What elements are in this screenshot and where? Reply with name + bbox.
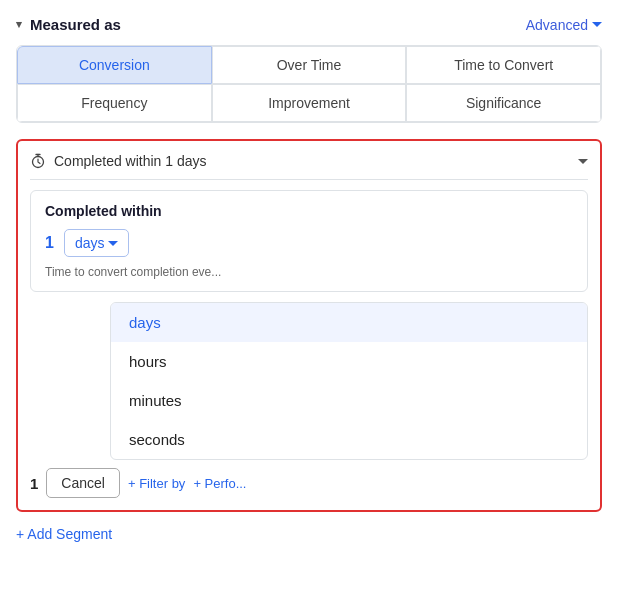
dropdown-option-hours[interactable]: hours bbox=[111, 342, 587, 381]
advanced-button[interactable]: Advanced bbox=[526, 17, 602, 33]
tab-improvement[interactable]: Improvement bbox=[212, 84, 407, 122]
tab-time-to-convert[interactable]: Time to Convert bbox=[406, 46, 601, 84]
completed-header-left: Completed within 1 days bbox=[30, 153, 207, 169]
advanced-chevron-icon bbox=[592, 22, 602, 27]
filter-by-link[interactable]: + Filter by bbox=[128, 476, 185, 491]
completed-within-hint: Time to convert completion eve... bbox=[45, 265, 573, 279]
measured-as-left: ▾ Measured as bbox=[16, 16, 121, 33]
perform-link[interactable]: + Perfo... bbox=[193, 476, 246, 491]
unit-select-value: days bbox=[75, 235, 105, 251]
unit-dropdown-menu: days hours minutes seconds bbox=[110, 302, 588, 460]
unit-select[interactable]: days bbox=[64, 229, 130, 257]
advanced-label: Advanced bbox=[526, 17, 588, 33]
completed-within-box: Completed within 1 days Time to convert … bbox=[30, 190, 588, 292]
completed-within-inputs: 1 days bbox=[45, 229, 573, 257]
timer-icon bbox=[30, 153, 46, 169]
unit-select-chevron-icon bbox=[108, 241, 118, 246]
tab-significance[interactable]: Significance bbox=[406, 84, 601, 122]
collapse-icon[interactable]: ▾ bbox=[16, 18, 22, 31]
dropdown-option-minutes[interactable]: minutes bbox=[111, 381, 587, 420]
add-segment-button[interactable]: + Add Segment bbox=[16, 526, 602, 542]
section-title: Measured as bbox=[30, 16, 121, 33]
completed-within-text: Completed within 1 days bbox=[54, 153, 207, 169]
measured-as-header: ▾ Measured as Advanced bbox=[16, 16, 602, 33]
tab-over-time[interactable]: Over Time bbox=[212, 46, 407, 84]
dropdown-option-seconds[interactable]: seconds bbox=[111, 420, 587, 459]
tab-frequency[interactable]: Frequency bbox=[17, 84, 212, 122]
bottom-row: 1 Cancel + Filter by + Perfo... bbox=[30, 468, 588, 498]
completed-within-chevron-icon[interactable] bbox=[578, 159, 588, 164]
tabs-grid: Conversion Over Time Time to Convert Fre… bbox=[16, 45, 602, 123]
cancel-button[interactable]: Cancel bbox=[46, 468, 120, 498]
row-number: 1 bbox=[30, 475, 38, 492]
tab-conversion[interactable]: Conversion bbox=[17, 46, 212, 84]
completed-within-number[interactable]: 1 bbox=[45, 234, 54, 252]
completed-within-title: Completed within bbox=[45, 203, 573, 219]
completed-within-header: Completed within 1 days bbox=[30, 153, 588, 180]
conversion-settings-panel: Completed within 1 days Completed within… bbox=[16, 139, 602, 512]
dropdown-option-days[interactable]: days bbox=[111, 303, 587, 342]
